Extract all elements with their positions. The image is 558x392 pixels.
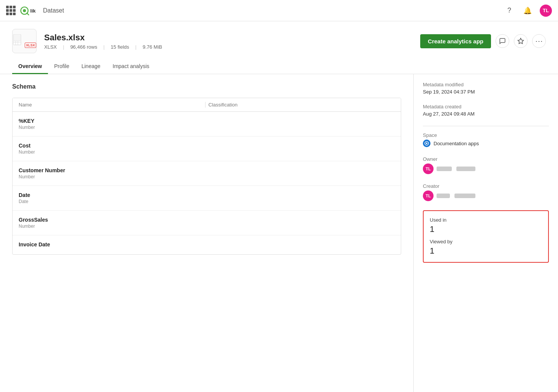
used-in-viewed-by-box: Used in 1 Viewed by 1 bbox=[423, 210, 549, 263]
svg-marker-9 bbox=[518, 38, 524, 44]
tab-profile[interactable]: Profile bbox=[48, 59, 75, 74]
svg-point-11 bbox=[426, 143, 427, 144]
chat-icon bbox=[499, 38, 506, 44]
create-analytics-app-button[interactable]: Create analytics app bbox=[420, 34, 491, 48]
owner-avatar: TL bbox=[423, 163, 434, 174]
field-name: %KEY bbox=[19, 118, 395, 124]
table-row: %KEY Number bbox=[13, 112, 401, 136]
main-content: Schema Name Classification %KEY Number C… bbox=[0, 74, 558, 392]
field-name: Invoice Date bbox=[19, 241, 395, 248]
used-in-count: 1 bbox=[430, 224, 542, 234]
topnav: lik Dataset ? 🔔 TL bbox=[0, 0, 558, 21]
star-icon bbox=[517, 38, 524, 44]
divider-1 bbox=[423, 126, 549, 126]
creator-row: TL bbox=[423, 190, 549, 201]
table-row: Date Date bbox=[13, 186, 401, 211]
chat-button[interactable] bbox=[496, 34, 509, 48]
qlik-logo-svg: lik bbox=[20, 5, 38, 16]
used-in-label: Used in bbox=[430, 217, 542, 223]
xlsx-file-svg bbox=[13, 34, 23, 46]
tab-impact-analysis[interactable]: Impact analysis bbox=[107, 59, 155, 74]
space-icon bbox=[423, 140, 430, 147]
schema-title: Schema bbox=[12, 83, 401, 90]
metadata-created-label: Metadata created bbox=[423, 104, 549, 110]
schema-header: Name Classification bbox=[13, 98, 401, 112]
field-type: Number bbox=[19, 125, 395, 130]
table-row: GrossSales Number bbox=[13, 211, 401, 235]
more-options-button[interactable]: ⋯ bbox=[532, 34, 546, 48]
field-name: Date bbox=[19, 192, 395, 198]
viewed-by-label: Viewed by bbox=[430, 239, 542, 244]
tab-lineage[interactable]: Lineage bbox=[75, 59, 107, 74]
metadata-modified-section: Metadata modified Sep 19, 2024 04:37 PM bbox=[423, 82, 549, 95]
metadata-created-value: Aug 27, 2024 09:48 AM bbox=[423, 111, 549, 117]
space-row: Documentation apps bbox=[423, 140, 549, 147]
xlsx-badge: XLSX bbox=[25, 43, 36, 48]
left-panel: Schema Name Classification %KEY Number C… bbox=[0, 74, 413, 392]
dataset-rows: 96,466 rows bbox=[70, 44, 97, 50]
owner-row: TL bbox=[423, 163, 549, 174]
owner-name-blurred-2 bbox=[456, 167, 475, 171]
tab-overview[interactable]: Overview bbox=[12, 59, 48, 74]
svg-text:lik: lik bbox=[30, 8, 36, 13]
dataset-fields: 15 fields bbox=[111, 44, 129, 50]
table-row: Customer Number Number bbox=[13, 161, 401, 186]
owner-section: Owner TL bbox=[423, 156, 549, 174]
schema-col-class-header: Classification bbox=[205, 102, 395, 108]
help-button[interactable]: ? bbox=[503, 5, 515, 17]
space-label: Space bbox=[423, 132, 549, 138]
dataset-size: 9.76 MiB bbox=[143, 44, 162, 50]
field-type: Number bbox=[19, 224, 395, 229]
field-name: Cost bbox=[19, 143, 395, 149]
owner-label: Owner bbox=[423, 156, 549, 162]
metadata-modified-value: Sep 19, 2024 04:37 PM bbox=[423, 89, 549, 95]
table-row: Invoice Date bbox=[13, 235, 401, 254]
right-panel: Metadata modified Sep 19, 2024 04:37 PM … bbox=[413, 74, 558, 392]
metadata-modified-label: Metadata modified bbox=[423, 82, 549, 87]
schema-col-name-header: Name bbox=[19, 102, 205, 108]
dataset-meta: XLSX | 96,466 rows | 15 fields | 9.76 Mi… bbox=[44, 44, 413, 50]
field-name: Customer Number bbox=[19, 167, 395, 173]
favorite-button[interactable] bbox=[514, 34, 528, 48]
space-section: Space Documentation apps bbox=[423, 132, 549, 147]
notifications-button[interactable]: 🔔 bbox=[521, 5, 534, 17]
table-row: Cost Number bbox=[13, 136, 401, 161]
space-value: Documentation apps bbox=[434, 141, 479, 146]
field-type: Number bbox=[19, 149, 395, 155]
creator-section: Creator TL bbox=[423, 183, 549, 201]
dataset-name: Sales.xlsx bbox=[44, 33, 413, 43]
field-type: Number bbox=[19, 174, 395, 179]
tabs: Overview Profile Lineage Impact analysis bbox=[0, 59, 558, 74]
dataset-info: Sales.xlsx XLSX | 96,466 rows | 15 field… bbox=[44, 33, 413, 50]
dataset-actions: Create analytics app ⋯ bbox=[420, 34, 546, 48]
svg-line-2 bbox=[27, 13, 29, 15]
owner-name-blurred bbox=[437, 167, 452, 171]
svg-point-1 bbox=[23, 9, 26, 12]
page: XLSX Sales.xlsx XLSX | 96,466 rows | 15 … bbox=[0, 21, 558, 392]
viewed-by-count: 1 bbox=[430, 246, 542, 256]
dataset-header: XLSX Sales.xlsx XLSX | 96,466 rows | 15 … bbox=[0, 21, 558, 53]
dataset-format: XLSX bbox=[44, 44, 57, 50]
creator-avatar: TL bbox=[423, 190, 434, 201]
file-icon: XLSX bbox=[12, 29, 37, 53]
schema-table: Name Classification %KEY Number Cost Num… bbox=[12, 98, 401, 255]
nav-title: Dataset bbox=[43, 7, 64, 14]
qlik-logo[interactable]: lik bbox=[20, 5, 38, 16]
grid-menu-icon[interactable] bbox=[6, 6, 16, 15]
metadata-created-section: Metadata created Aug 27, 2024 09:48 AM bbox=[423, 104, 549, 117]
creator-name-blurred-2 bbox=[454, 194, 475, 198]
field-type: Date bbox=[19, 199, 395, 204]
creator-name-blurred bbox=[437, 194, 450, 198]
field-name: GrossSales bbox=[19, 217, 395, 223]
svg-rect-5 bbox=[13, 41, 21, 45]
user-avatar[interactable]: TL bbox=[540, 5, 552, 17]
creator-label: Creator bbox=[423, 183, 549, 189]
